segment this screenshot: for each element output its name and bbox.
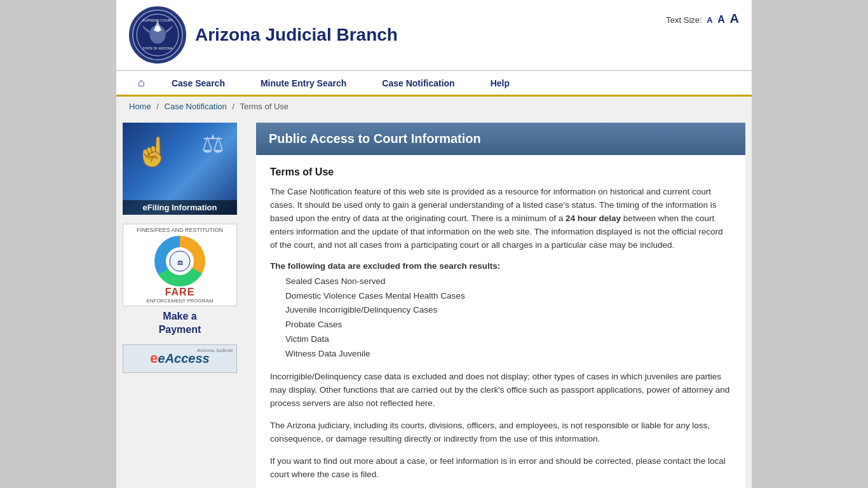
sidebar: ⚖ ☝ eFiling Information FINES/FEES AND R…: [123, 123, 250, 488]
fare-inner: ⚖: [166, 247, 194, 275]
terms-heading: Terms of Use: [270, 166, 731, 178]
excluded-list: Sealed Cases Non-served Domestic Violenc…: [270, 274, 731, 362]
breadcrumb-sep-2: /: [232, 102, 234, 111]
site-title: Arizona Judicial Branch: [195, 25, 398, 45]
nav-minute-entry-search[interactable]: Minute Entry Search: [243, 72, 364, 95]
terms-paragraph-4: If you want to find out more about a cas…: [270, 455, 731, 482]
24-hour-delay-bold: 24 hour delay: [566, 214, 621, 223]
finger-icon: ☝: [135, 135, 170, 168]
eaccess-text: eAccess: [158, 351, 210, 365]
nav-home-button[interactable]: ⌂: [129, 71, 154, 95]
breadcrumb-sep-1: /: [156, 102, 159, 111]
nav-help[interactable]: Help: [473, 72, 527, 95]
scales-icon: ⚖: [201, 129, 224, 158]
breadcrumb-case-notification[interactable]: Case Notification: [165, 102, 227, 111]
terms-paragraph-1: The Case Notification feature of this we…: [270, 186, 731, 252]
svg-text:STATE OF ARIZONA: STATE OF ARIZONA: [142, 46, 173, 50]
list-item: Domestic Violence Cases Mental Health Ca…: [285, 289, 731, 304]
main-content: Public Access to Court Information Terms…: [256, 123, 745, 488]
page-title-bar: Public Access to Court Information: [256, 123, 745, 155]
breadcrumb-home[interactable]: Home: [129, 102, 151, 111]
list-item: Sealed Cases Non-served: [285, 274, 731, 289]
eaccess-e-letter: e: [150, 350, 158, 366]
list-item: Probate Cases: [285, 318, 731, 332]
logo-seal: SUPREME COURT STATE OF ARIZONA: [129, 6, 186, 64]
nav-case-search[interactable]: Case Search: [154, 72, 243, 95]
fare-icon: ⚖: [168, 250, 191, 273]
fare-enforcement-label: ENFORCEMENT PROGRAM: [146, 298, 213, 304]
nav-case-notification[interactable]: Case Notification: [364, 72, 472, 95]
svg-point-6: [154, 26, 160, 32]
header: SUPREME COURT STATE OF ARIZONA Arizona J…: [116, 0, 752, 71]
list-item: Witness Data Juvenile: [285, 347, 731, 362]
sidebar-efiling-box[interactable]: ⚖ ☝ eFiling Information: [123, 123, 237, 215]
fare-circle: ⚖: [154, 236, 205, 287]
page-title: Public Access to Court Information: [269, 132, 481, 146]
text-size-large[interactable]: A: [730, 11, 739, 25]
breadcrumb: Home / Case Notification / Terms of Use: [116, 97, 752, 116]
fare-graphic: FINES/FEES AND RESTITUTION ⚖ FARE ENFORC…: [123, 224, 237, 306]
fare-label-top: FINES/FEES AND RESTITUTION: [137, 227, 223, 233]
text-size-medium[interactable]: A: [717, 14, 725, 25]
breadcrumb-current: Terms of Use: [240, 102, 288, 111]
list-item: Juvenile Incorrigible/Delinquency Cases: [285, 303, 731, 318]
logo-area: SUPREME COURT STATE OF ARIZONA Arizona J…: [129, 6, 398, 64]
list-item: Victim Data: [285, 332, 731, 347]
fare-name: FARE: [165, 287, 195, 298]
eaccess-subtitle: Arizona Judicial: [197, 348, 233, 353]
sidebar-efiling-image: ⚖ ☝ eFiling Information: [123, 123, 237, 215]
sidebar-eaccess-box[interactable]: Arizona Judicial eeAccess: [123, 344, 237, 373]
sidebar-fare-box[interactable]: FINES/FEES AND RESTITUTION ⚖ FARE ENFORC…: [123, 224, 237, 337]
content-body: Terms of Use The Case Notification featu…: [256, 155, 745, 488]
svg-text:⚖: ⚖: [177, 259, 183, 266]
terms-paragraph-3: The Arizona judiciary, including its cou…: [270, 419, 731, 446]
terms-paragraph-2: Incorrigible/Delinquency case data is ex…: [270, 370, 731, 410]
text-size-controls: Text Size: A A A: [666, 11, 739, 26]
nav-bar: ⌂ Case Search Minute Entry Search Case N…: [116, 71, 752, 97]
make-payment-label: Make a Payment: [123, 310, 237, 337]
efiling-label: eFiling Information: [123, 200, 237, 215]
text-size-label: Text Size:: [666, 15, 702, 25]
text-size-small[interactable]: A: [707, 15, 712, 25]
content-area: ⚖ ☝ eFiling Information FINES/FEES AND R…: [116, 116, 752, 488]
excluded-title: The following data are excluded from the…: [270, 261, 731, 271]
